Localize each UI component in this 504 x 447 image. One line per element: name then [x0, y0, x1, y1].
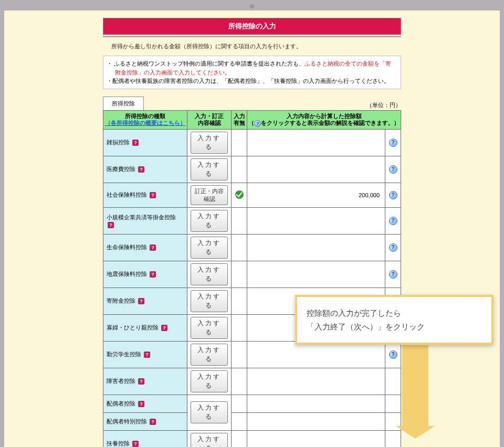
input-cell: 入力する	[187, 430, 232, 447]
check-cell	[232, 207, 247, 234]
link-type-overview[interactable]: （各所得控除の概要はこちら）	[105, 120, 186, 126]
info-cell: ?	[385, 341, 401, 368]
input-button[interactable]: 入力する	[191, 433, 228, 447]
help-icon[interactable]: ?	[150, 419, 156, 425]
help-icon[interactable]: ?	[138, 378, 144, 385]
info-cell: ?	[385, 207, 401, 234]
amount-cell	[247, 412, 385, 430]
th-check: 入力 有無	[232, 110, 247, 129]
tab-deductions[interactable]: 所得控除	[103, 97, 144, 110]
th-amount: 入力内容から計算した控除額 （?をクリックすると表示金額の解説を確認できます。）	[247, 110, 401, 129]
unit-label: （単位：円）	[366, 101, 401, 110]
amount-cell	[247, 395, 385, 412]
input-button[interactable]: 入力する	[191, 344, 228, 366]
input-button[interactable]: 入力する	[191, 401, 228, 423]
amount-cell	[247, 341, 385, 368]
check-cell	[232, 341, 247, 368]
info-icon[interactable]: ?	[389, 165, 397, 174]
input-button[interactable]: 入力する	[191, 210, 228, 232]
help-icon[interactable]: ?	[132, 140, 139, 146]
check-cell	[232, 156, 247, 183]
help-icon[interactable]: ?	[150, 244, 156, 251]
table-row: 配偶者控除 ?入力する	[103, 395, 401, 412]
deduction-name: 雑損控除 ?	[103, 129, 187, 156]
th-type: 所得控除の種類 （各所得控除の概要はこちら）	[103, 110, 187, 129]
check-cell	[232, 288, 247, 314]
table-row: 扶養控除 ?入力する	[103, 430, 401, 447]
amount-cell: 200,000	[247, 183, 385, 207]
amount-cell	[247, 234, 385, 261]
deduction-name: 小規模企業共済等掛金控除 ?	[103, 207, 187, 234]
deduction-name: 勤労学生控除 ?	[103, 341, 187, 368]
deduction-name: 医療費控除 ?	[103, 156, 187, 183]
input-button[interactable]: 入力する	[191, 263, 228, 285]
deduction-name: 扶養控除 ?	[103, 430, 187, 447]
info-cell: ?	[385, 156, 401, 183]
input-button[interactable]: 入力する	[191, 290, 228, 312]
deduction-table: 所得控除の種類 （各所得控除の概要はこちら） 入力・訂正 内容確認 入力 有無 …	[103, 110, 401, 448]
intro-text: 所得から差し引かれる金額（所得控除）に関する項目の入力を行います。	[103, 37, 401, 54]
info-cell: ?	[385, 261, 401, 288]
info-cell: ?	[385, 129, 401, 156]
amount-cell	[247, 156, 385, 183]
help-icon[interactable]: ?	[144, 352, 150, 358]
check-cell	[232, 412, 247, 430]
table-row: 地震保険料控除 ?入力する?	[103, 261, 401, 288]
input-button[interactable]: 入力する	[191, 370, 228, 392]
help-icon[interactable]: ?	[138, 298, 144, 304]
input-cell: 入力する	[187, 156, 232, 183]
help-icon[interactable]: ?	[150, 192, 156, 198]
camera-icon	[250, 4, 254, 8]
amount-cell	[247, 430, 385, 447]
page-title: 所得控除の入力	[103, 18, 401, 35]
check-cell	[232, 368, 247, 395]
input-button[interactable]: 入力する	[191, 158, 228, 180]
check-cell	[232, 395, 247, 412]
help-icon[interactable]: ?	[138, 401, 144, 407]
notice-line-1: ふるさと納税ワンストップ特例の適用に関する申請書を提出された方も、ふるさと納税の…	[109, 59, 395, 77]
check-cell	[232, 261, 247, 288]
input-cell: 入力する	[187, 314, 232, 341]
table-row: 医療費控除 ?入力する?	[103, 156, 401, 183]
info-icon[interactable]: ?	[389, 217, 397, 225]
info-icon[interactable]: ?	[389, 243, 397, 252]
input-cell: 入力する	[187, 288, 232, 314]
check-cell	[232, 314, 247, 341]
help-icon[interactable]: ?	[138, 166, 144, 173]
deduction-name: 生命保険料控除 ?	[103, 234, 187, 261]
table-row: 勤労学生控除 ?入力する?	[103, 341, 401, 368]
info-cell: ?	[385, 234, 401, 261]
info-cell: ?	[385, 183, 401, 207]
amount-cell	[247, 207, 385, 234]
deduction-name: 寄附金控除 ?	[103, 288, 187, 314]
info-icon[interactable]: ?	[389, 350, 397, 359]
table-row: 配偶者特別控除 ?	[103, 412, 401, 430]
input-button[interactable]: 入力する	[191, 317, 228, 339]
input-cell: 入力する	[187, 368, 232, 395]
help-icon[interactable]: ?	[161, 325, 167, 331]
info-icon[interactable]: ?	[389, 270, 397, 279]
deduction-name: 配偶者控除 ?	[103, 395, 187, 412]
notice-line-2: 配偶者や扶養親族の障害者控除の入力は、「配偶者控除」、「扶養控除」の入力画面から…	[109, 77, 395, 86]
input-cell: 入力する	[187, 395, 232, 430]
th-input: 入力・訂正 内容確認	[187, 110, 232, 129]
input-cell: 入力する	[187, 234, 232, 261]
input-button[interactable]: 入力する	[191, 132, 228, 154]
table-row: 障害者控除 ?入力する	[103, 368, 401, 395]
check-cell	[232, 430, 247, 447]
info-icon[interactable]: ?	[389, 139, 397, 147]
info-icon: ?	[254, 120, 261, 127]
deduction-name: 社会保険料控除 ?	[103, 183, 187, 207]
info-icon[interactable]: ?	[389, 191, 397, 199]
correct-button[interactable]: 訂正・内容確認	[191, 185, 228, 205]
help-icon[interactable]: ?	[150, 271, 156, 278]
input-button[interactable]: 入力する	[191, 237, 228, 259]
help-icon[interactable]: ?	[132, 441, 139, 447]
help-icon[interactable]: ?	[108, 222, 114, 228]
notice-box: ふるさと納税ワンストップ特例の適用に関する申請書を提出された方も、ふるさと納税の…	[103, 56, 401, 89]
callout-arrow-icon	[402, 345, 428, 427]
amount-cell	[247, 368, 385, 395]
table-row: 社会保険料控除 ?訂正・内容確認200,000?	[103, 183, 401, 207]
check-cell	[232, 183, 247, 207]
input-cell: 入力する	[187, 261, 232, 288]
